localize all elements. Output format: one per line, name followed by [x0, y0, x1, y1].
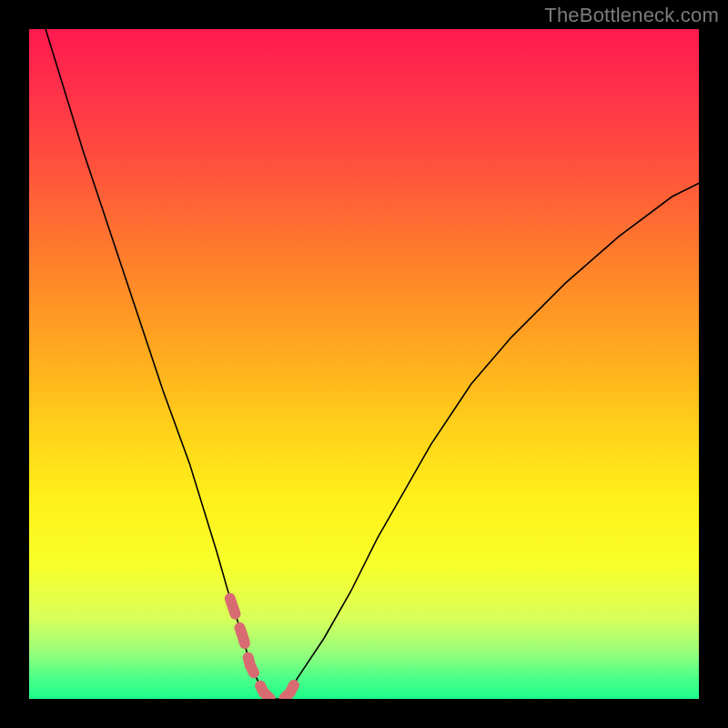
chart-svg [29, 29, 699, 699]
watermark-text: TheBottleneck.com [544, 4, 719, 27]
highlight-segment [230, 599, 298, 699]
plot-area [29, 29, 699, 699]
chart-frame: TheBottleneck.com [0, 0, 728, 728]
bottleneck-curve [29, 29, 699, 699]
